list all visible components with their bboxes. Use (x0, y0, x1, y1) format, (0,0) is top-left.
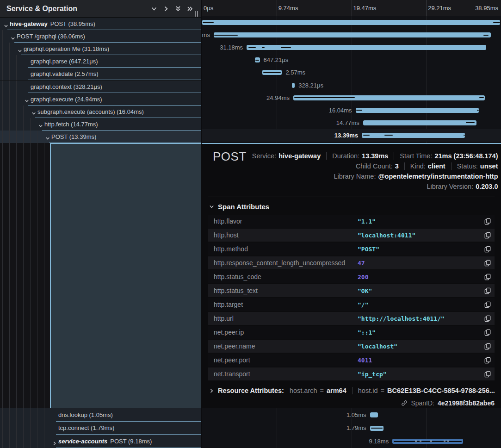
attribute-row[interactable]: http.status_text"OK" (208, 284, 495, 297)
span-bar[interactable] (363, 120, 476, 125)
copy-icon[interactable] (482, 243, 494, 255)
span-name: http.fetch (14.77ms) (44, 118, 98, 131)
equals-sign: = (380, 387, 384, 394)
timeline-row[interactable]: 328.21μs (202, 79, 501, 92)
span-bar[interactable] (356, 108, 479, 113)
timeline-row[interactable]: 16.04ms (202, 104, 501, 117)
timeline-row[interactable]: 24.94ms (202, 92, 501, 104)
span-tree-row[interactable]: subgraph.execute (accounts) (16.04ms) (0, 106, 201, 118)
span-tree-row[interactable]: graphql.execute (24.94ms) (0, 93, 201, 106)
attribute-row[interactable]: http.target"/" (208, 298, 495, 311)
attribute-row[interactable]: http.status_code200 (208, 270, 495, 283)
indent-guide (9, 435, 10, 448)
timeline-row[interactable]: 2.57ms (202, 66, 501, 79)
span-bar[interactable] (362, 133, 465, 138)
span-name: subgraph.execute (accounts) (16.04ms) (37, 106, 144, 118)
timeline-row[interactable]: 31.18ms (202, 41, 501, 54)
overview-item: Status:unset (451, 162, 498, 170)
indent-guide (2, 131, 3, 143)
collapse-chevron-down-icon[interactable] (45, 134, 50, 139)
timeline-row[interactable] (202, 16, 501, 29)
span-name: POST /graphql (36.06ms) (17, 30, 85, 43)
span-tree-row[interactable]: dns.lookup (1.05ms) (0, 408, 201, 422)
overview-line: Library Version:0.203.0 (421, 181, 498, 192)
chevron-down-icon[interactable] (148, 3, 160, 15)
chevrons-down-icon[interactable] (172, 3, 184, 15)
collapse-chevron-down-icon[interactable] (25, 97, 29, 101)
operation-name: POST /graphql (36.06ms) (17, 33, 85, 40)
timeline-row[interactable]: 9.18ms (202, 435, 501, 448)
attribute-value: "POST" (358, 246, 482, 253)
collapse-chevron-down-icon[interactable] (18, 47, 22, 51)
span-tree-row[interactable]: POST (13.39ms) (0, 131, 201, 143)
attribute-value: "localhost" (358, 343, 482, 350)
timeline-row[interactable]: 1.05ms (202, 408, 501, 422)
attribute-row[interactable]: http.host"localhost:4011" (208, 229, 495, 242)
timeline-row[interactable]: 13.39ms (202, 129, 501, 142)
copy-icon[interactable] (482, 215, 494, 227)
expand-chevron-right-icon[interactable] (52, 439, 57, 444)
copy-icon[interactable] (482, 285, 494, 297)
span-tree-row[interactable]: http.fetch (14.77ms) (0, 118, 201, 131)
collapse-chevron-down-icon[interactable] (4, 22, 8, 26)
span-tree-row[interactable]: tcp.connect (1.79ms) (0, 422, 201, 435)
attribute-row[interactable]: http.flavor"1.1" (208, 215, 495, 228)
copy-icon[interactable] (482, 299, 494, 311)
indent-guide (2, 106, 3, 118)
span-tree-row[interactable]: graphql.context (328.21μs) (0, 81, 201, 93)
attribute-row[interactable]: http.method"POST" (208, 243, 495, 255)
indent-guide (9, 143, 10, 408)
attribute-row[interactable]: net.peer.port4011 (208, 354, 495, 367)
span-attributes-toggle[interactable]: Span Attributes (209, 203, 269, 211)
timeline-row[interactable]: 1.79ms (202, 422, 501, 435)
span-bar[interactable] (292, 83, 295, 88)
resource-attribute-item: host.id=BC62E13B-C4CC-5854-9788-256... (352, 387, 501, 394)
timeline-column: 0μs9.74ms19.47ms29.21ms38.95ms 36.06ms31… (202, 0, 501, 448)
span-detail-title: POST (208, 149, 247, 164)
column-resize-grip[interactable] (195, 11, 198, 17)
attribute-value: 4011 (358, 357, 482, 364)
copy-icon[interactable] (482, 271, 494, 283)
copy-icon[interactable] (482, 326, 494, 338)
attribute-value: "ip_tcp" (358, 371, 482, 378)
span-tree-row[interactable]: graphql.operation Me (31.18ms) (0, 43, 201, 55)
span-bar[interactable] (202, 20, 500, 25)
operation-name: graphql.operation Me (31.18ms) (24, 45, 109, 52)
chevron-right-icon[interactable] (160, 3, 172, 15)
service-operation-column: Service & Operation hive-gatewayPOST (38… (0, 0, 201, 448)
indent-guide (9, 131, 10, 143)
span-tree-row[interactable]: POST /graphql (36.06ms) (0, 30, 201, 43)
collapse-chevron-down-icon[interactable] (38, 122, 43, 126)
span-tree-row[interactable]: hive-gatewayPOST (38.95ms) (0, 18, 201, 30)
indent-guide (23, 422, 24, 435)
span-bar[interactable] (214, 32, 491, 37)
copy-icon[interactable] (482, 340, 494, 352)
critical-path-segment (483, 35, 489, 36)
indent-guide (2, 93, 3, 106)
attribute-row[interactable]: net.transport"ip_tcp" (208, 367, 495, 380)
timeline-row[interactable]: 647.21μs (202, 54, 501, 66)
span-bar[interactable] (370, 412, 378, 417)
copy-icon[interactable] (482, 368, 494, 380)
resource-attributes-row[interactable]: Resource Attributes: host.arch=arm64host… (209, 387, 501, 394)
collapse-chevron-down-icon[interactable] (31, 109, 36, 114)
attribute-row[interactable]: net.peer.name"localhost" (208, 340, 495, 353)
copy-icon[interactable] (482, 312, 494, 324)
copy-icon[interactable] (482, 229, 494, 241)
attribute-row[interactable]: net.peer.ip"::1" (208, 326, 495, 339)
indent-guide (23, 408, 24, 422)
link-icon[interactable] (401, 400, 408, 406)
attribute-row[interactable]: http.url"http://localhost:4011/" (208, 312, 495, 325)
attribute-row[interactable]: http.response_content_length_uncompresse… (208, 256, 495, 269)
span-tree-row[interactable]: graphql.parse (647.21μs) (0, 55, 201, 68)
overview-item: Library Name:@opentelemetry/instrumentat… (328, 173, 498, 180)
copy-icon[interactable] (482, 354, 494, 366)
collapse-chevron-down-icon[interactable] (11, 34, 15, 39)
timeline-row[interactable]: 14.77ms (202, 117, 501, 129)
timeline-row[interactable]: 36.06ms (202, 29, 501, 41)
attribute-value: 200 (358, 274, 482, 280)
span-tree-row[interactable]: graphql.validate (2.57ms) (0, 68, 201, 80)
span-name: POST (13.39ms) (51, 131, 96, 143)
span-tree-row[interactable]: service-accountsPOST (9.18ms) (0, 435, 201, 448)
copy-icon[interactable] (482, 257, 494, 269)
